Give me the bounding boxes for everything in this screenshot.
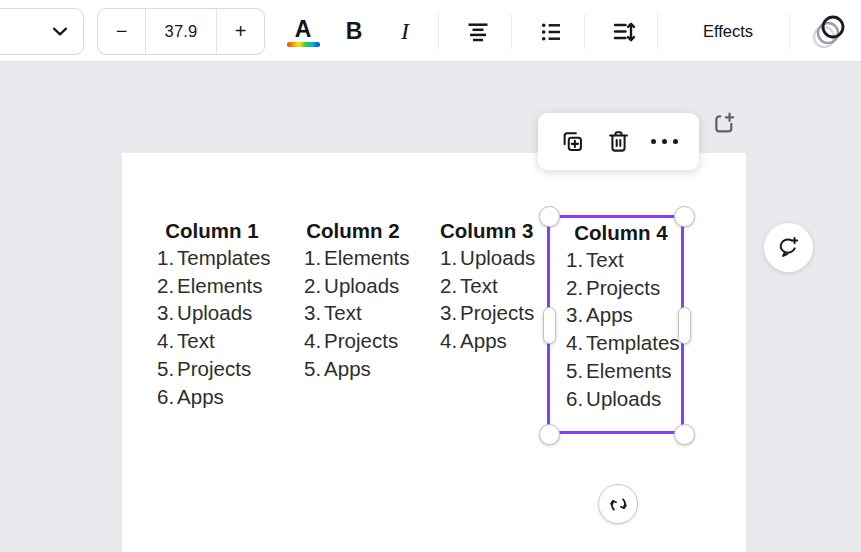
list-item-number: 3. xyxy=(304,301,321,324)
list-item: 4.Text xyxy=(157,327,267,355)
effects-button[interactable]: Effects xyxy=(686,11,770,52)
line-spacing-icon xyxy=(612,20,636,44)
list-item: 1.Uploads xyxy=(440,244,532,272)
list-item-label: Elements xyxy=(324,246,409,269)
more-options-button[interactable] xyxy=(644,122,684,162)
element-context-toolbar xyxy=(538,113,699,170)
selection-handle-middle-right[interactable] xyxy=(678,307,691,344)
text-format-toolbar: − 37.9 + A B I xyxy=(0,0,861,62)
text-color-button[interactable]: A xyxy=(283,13,323,51)
list-item: 3.Uploads xyxy=(157,299,267,327)
align-center-icon xyxy=(466,20,490,44)
decrease-font-size-button[interactable]: − xyxy=(98,9,146,54)
text-column[interactable]: Column 11.Templates2.Elements3.Uploads4.… xyxy=(157,217,267,410)
delete-button[interactable] xyxy=(598,122,638,162)
list-item-label: Apps xyxy=(324,357,371,380)
duplicate-icon xyxy=(559,128,586,155)
add-comment-button[interactable] xyxy=(764,223,813,272)
rotate-icon xyxy=(608,494,629,515)
list-item: 5.Projects xyxy=(157,355,267,383)
list-item: 2.Projects xyxy=(566,274,676,302)
animate-icon xyxy=(807,10,853,52)
bulleted-list-icon xyxy=(539,20,563,44)
selection-handle-middle-left[interactable] xyxy=(543,307,556,344)
column-header: Column 1 xyxy=(157,217,267,244)
font-size-value[interactable]: 37.9 xyxy=(146,9,216,54)
list-item-label: Uploads xyxy=(177,301,252,324)
list-item-label: Projects xyxy=(460,301,534,324)
list-item-number: 4. xyxy=(566,331,583,354)
selection-handle-top-right[interactable] xyxy=(674,206,695,227)
list-item: 2.Elements xyxy=(157,272,267,300)
text-column[interactable]: Column 21.Elements2.Uploads3.Text4.Proje… xyxy=(304,217,402,383)
list-item: 1.Templates xyxy=(157,244,267,272)
line-spacing-button[interactable] xyxy=(603,11,645,52)
selection-handle-bottom-left[interactable] xyxy=(539,424,560,445)
text-column[interactable]: Column 41.Text2.Projects3.Apps4.Template… xyxy=(566,219,676,412)
list-item-label: Apps xyxy=(586,303,633,326)
list-item-number: 1. xyxy=(566,248,583,271)
list-item: 4.Apps xyxy=(440,327,532,355)
bulleted-list-button[interactable] xyxy=(530,11,572,52)
list-item: 2.Uploads xyxy=(304,272,402,300)
list-item: 3.Projects xyxy=(440,299,532,327)
list-item-label: Uploads xyxy=(324,274,399,297)
list-item: 5.Elements xyxy=(566,357,676,385)
rotate-handle[interactable] xyxy=(598,484,638,524)
list-item-number: 6. xyxy=(566,387,583,410)
list-item-number: 1. xyxy=(304,246,321,269)
toolbar-divider xyxy=(438,14,439,49)
italic-button[interactable]: I xyxy=(387,11,423,51)
chevron-down-icon xyxy=(52,27,68,37)
list-item-number: 5. xyxy=(157,357,174,380)
list-item-number: 5. xyxy=(566,359,583,382)
add-to-page-button[interactable] xyxy=(707,107,743,143)
list-item-number: 1. xyxy=(440,246,457,269)
list-item: 6.Uploads xyxy=(566,385,676,413)
font-family-dropdown[interactable] xyxy=(0,8,84,55)
list-item-label: Text xyxy=(460,274,498,297)
text-align-button[interactable] xyxy=(457,11,499,52)
list-item-label: Projects xyxy=(324,329,398,352)
list-item-number: 5. xyxy=(304,357,321,380)
list-item-number: 2. xyxy=(440,274,457,297)
list-item-label: Uploads xyxy=(460,246,535,269)
list-item-label: Projects xyxy=(586,276,660,299)
bold-button[interactable]: B xyxy=(336,11,372,51)
list-item: 3.Apps xyxy=(566,301,676,329)
column-header: Column 4 xyxy=(566,219,676,246)
list-item-label: Elements xyxy=(177,274,262,297)
add-comment-icon xyxy=(776,235,801,260)
workspace: Column 11.Templates2.Elements3.Uploads4.… xyxy=(0,62,861,552)
list-item-number: 3. xyxy=(566,303,583,326)
selection-handle-bottom-right[interactable] xyxy=(674,424,695,445)
list-item-label: Apps xyxy=(460,329,507,352)
list-item-number: 4. xyxy=(304,329,321,352)
column-header: Column 3 xyxy=(440,217,532,244)
font-size-stepper: − 37.9 + xyxy=(97,8,265,55)
list-item-number: 4. xyxy=(157,329,174,352)
list-item: 3.Text xyxy=(304,299,402,327)
canva-editor: − 37.9 + A B I xyxy=(0,0,861,552)
list-item-number: 3. xyxy=(157,301,174,324)
list-item: 4.Templates xyxy=(566,329,676,357)
list-item-number: 2. xyxy=(304,274,321,297)
more-icon xyxy=(651,139,678,144)
list-item-number: 4. xyxy=(440,329,457,352)
list-item-number: 2. xyxy=(157,274,174,297)
duplicate-button[interactable] xyxy=(553,122,593,162)
selection-handle-top-left[interactable] xyxy=(539,206,560,227)
trash-icon xyxy=(605,128,632,155)
list-item-number: 6. xyxy=(157,385,174,408)
increase-font-size-button[interactable]: + xyxy=(216,9,264,54)
animate-button[interactable] xyxy=(804,8,856,54)
design-page[interactable]: Column 11.Templates2.Elements3.Uploads4.… xyxy=(122,153,746,552)
list-item: 4.Projects xyxy=(304,327,402,355)
list-item-label: Elements xyxy=(586,359,671,382)
text-column[interactable]: Column 31.Uploads2.Text3.Projects4.Apps xyxy=(440,217,532,355)
list-item: 6.Apps xyxy=(157,383,267,411)
toolbar-divider xyxy=(657,14,658,49)
list-item-number: 2. xyxy=(566,276,583,299)
list-item: 1.Text xyxy=(566,246,676,274)
toolbar-divider xyxy=(511,14,512,49)
